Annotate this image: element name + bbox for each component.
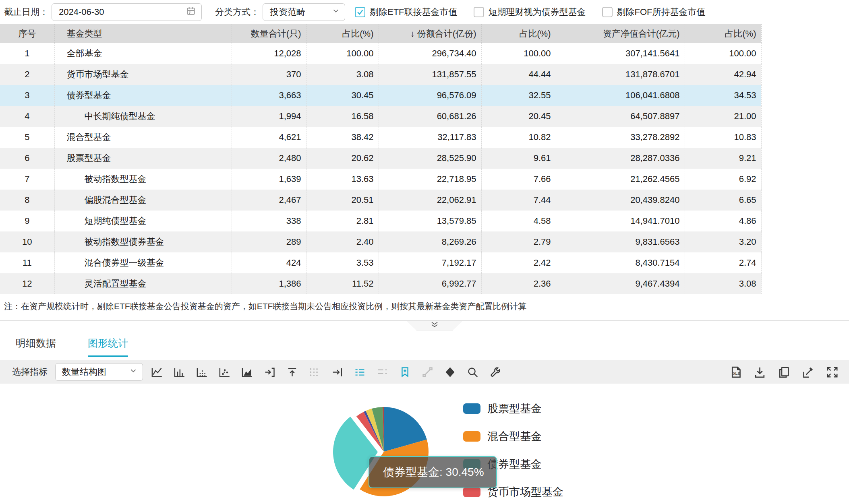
cell-3: 30.45 xyxy=(306,85,379,106)
cell-5: 10.82 xyxy=(481,127,556,148)
cell-4: 32,117.83 xyxy=(379,127,481,148)
cell-0: 1 xyxy=(0,43,54,64)
cell-5: 20.45 xyxy=(481,106,556,127)
cell-2: 424 xyxy=(232,252,306,273)
cell-7: 3.08 xyxy=(685,273,761,294)
legend-toggle-icon[interactable] xyxy=(375,365,389,379)
column-header-5[interactable]: 占比(%) xyxy=(481,24,556,43)
cell-5: 2.42 xyxy=(481,252,556,273)
cell-1: 混合型基金 xyxy=(54,127,232,148)
table-row[interactable]: 6股票型基金2,48020.6228,525.909.6128,287.0336… xyxy=(0,148,761,169)
column-header-2[interactable]: 数量合计(只) xyxy=(232,24,306,43)
cell-3: 3.53 xyxy=(306,252,379,273)
cell-6: 9,467.4394 xyxy=(556,273,685,294)
cell-3: 11.52 xyxy=(306,273,379,294)
indicator-select[interactable]: 数量结构图 xyxy=(55,363,143,381)
svg-text:XLS: XLS xyxy=(733,372,740,376)
chevron-down-icon xyxy=(129,366,138,378)
cell-4: 96,576.09 xyxy=(379,85,481,106)
legend-item-混合型基金[interactable]: 混合型基金 xyxy=(463,429,542,444)
column-header-4[interactable]: ↓ 份额合计(亿份) xyxy=(379,24,481,43)
checked-checkbox-icon[interactable] xyxy=(355,7,365,17)
table-row[interactable]: 2货币市场型基金3703.08131,857.5544.44131,878.67… xyxy=(0,64,761,85)
cell-2: 1,386 xyxy=(232,273,306,294)
date-label: 截止日期： xyxy=(4,6,48,18)
cell-1: 混合债券型一级基金 xyxy=(54,252,232,273)
table-row[interactable]: 10被动指数型债券基金2892.408,269.262.799,831.6563… xyxy=(0,231,761,252)
collapse-handle[interactable] xyxy=(406,321,463,330)
area-chart-icon[interactable] xyxy=(240,365,254,379)
arrow-right-line-icon[interactable] xyxy=(330,365,344,379)
cell-2: 2,480 xyxy=(232,148,306,169)
tab-graph-stats[interactable]: 图形统计 xyxy=(88,337,128,357)
cell-1: 股票型基金 xyxy=(54,148,232,169)
cell-7: 2.74 xyxy=(685,252,761,273)
table-row[interactable]: 1全部基金12,028100.00296,734.40100.00307,141… xyxy=(0,43,761,64)
edit-icon[interactable] xyxy=(801,365,815,379)
cell-3: 100.00 xyxy=(306,43,379,64)
cell-4: 22,718.95 xyxy=(379,169,481,190)
calendar-icon xyxy=(186,6,196,19)
data-flag-icon[interactable] xyxy=(398,365,412,379)
scatter-chart-icon[interactable] xyxy=(217,365,232,379)
cell-4: 60,681.26 xyxy=(379,106,481,127)
diamond-icon[interactable] xyxy=(443,365,457,379)
bar-arrow-right-icon[interactable] xyxy=(262,365,277,379)
category-select[interactable]: 投资范畴 xyxy=(263,3,345,21)
table-row[interactable]: 7被动指数型基金1,63913.6322,718.957.6621,262.45… xyxy=(0,169,761,190)
filter-checkbox-0[interactable]: 剔除ETF联接基金市值 xyxy=(355,6,458,18)
cell-2: 289 xyxy=(232,231,306,252)
column-header-0[interactable]: 序号 xyxy=(0,24,54,43)
cell-6: 8,430.7154 xyxy=(556,252,685,273)
cell-6: 9,831.6563 xyxy=(556,231,685,252)
category-label: 分类方式： xyxy=(215,6,259,18)
table-row[interactable]: 9短期纯债型基金3382.8113,579.854.5814,941.70104… xyxy=(0,211,761,231)
cell-4: 7,192.17 xyxy=(379,252,481,273)
filter-checkbox-2[interactable]: 剔除FOF所持基金市值 xyxy=(602,6,706,18)
cell-5: 7.44 xyxy=(481,190,556,211)
unchecked-checkbox-icon[interactable] xyxy=(474,7,484,17)
cell-1: 被动指数型债券基金 xyxy=(54,231,232,252)
cell-6: 28,287.0336 xyxy=(556,148,685,169)
table-row[interactable]: 4中长期纯债型基金1,99416.5860,681.2620.4564,507.… xyxy=(0,106,761,127)
dotted-list-icon[interactable] xyxy=(307,365,322,379)
column-header-6[interactable]: 资产净值合计(亿元) xyxy=(556,24,685,43)
table-row[interactable]: 3债券型基金3,66330.4596,576.0932.55106,041.68… xyxy=(0,85,761,106)
fullscreen-icon[interactable] xyxy=(825,365,839,379)
xls-export-icon[interactable]: XLS xyxy=(728,365,743,379)
checkbox-label: 剔除ETF联接基金市值 xyxy=(370,6,458,18)
arrow-up-line-icon[interactable] xyxy=(285,365,299,379)
download-icon[interactable] xyxy=(752,365,767,379)
cell-4: 6,992.77 xyxy=(379,273,481,294)
cell-0: 5 xyxy=(0,127,54,148)
cell-4: 13,579.85 xyxy=(379,211,481,231)
cell-7: 3.20 xyxy=(685,231,761,252)
table-row[interactable]: 5混合型基金4,62138.4232,117.8310.8233,278.289… xyxy=(0,127,761,148)
column-header-1[interactable]: 基金类型 xyxy=(54,24,232,43)
table-row[interactable]: 12灵活配置型基金1,38611.526,992.772.369,467.439… xyxy=(0,273,761,294)
cell-5: 44.44 xyxy=(481,64,556,85)
legend-list-icon[interactable] xyxy=(352,365,367,379)
line-chart-icon[interactable] xyxy=(149,365,164,379)
dotted-bar-chart-icon[interactable] xyxy=(195,365,209,379)
cell-7: 10.83 xyxy=(685,127,761,148)
zoom-search-icon[interactable] xyxy=(465,365,480,379)
column-header-3[interactable]: 占比(%) xyxy=(306,24,379,43)
legend-item-股票型基金[interactable]: 股票型基金 xyxy=(463,401,542,416)
trend-line-icon[interactable] xyxy=(420,365,435,379)
chart-area: 股票型基金混合型基金债券型基金货币市场型基金 债券型基金: 30.45% xyxy=(0,384,849,504)
date-input[interactable]: 2024-06-30 xyxy=(52,3,202,21)
filter-checkbox-1[interactable]: 短期理财视为债券型基金 xyxy=(474,6,586,18)
copy-icon[interactable] xyxy=(777,365,791,379)
cell-7: 6.92 xyxy=(685,169,761,190)
column-header-7[interactable]: 占比(%) xyxy=(685,24,761,43)
cell-1: 灵活配置型基金 xyxy=(54,273,232,294)
cell-4: 131,857.55 xyxy=(379,64,481,85)
bar-chart-icon[interactable] xyxy=(172,365,186,379)
settings-wrench-icon[interactable] xyxy=(488,365,502,379)
unchecked-checkbox-icon[interactable] xyxy=(602,7,613,17)
tab-detail-data[interactable]: 明细数据 xyxy=(16,337,56,357)
table-row[interactable]: 11混合债券型一级基金4243.537,192.172.428,430.7154… xyxy=(0,252,761,273)
cell-2: 2,467 xyxy=(232,190,306,211)
table-row[interactable]: 8偏股混合型基金2,46720.5122,062.917.4420,439.82… xyxy=(0,190,761,211)
